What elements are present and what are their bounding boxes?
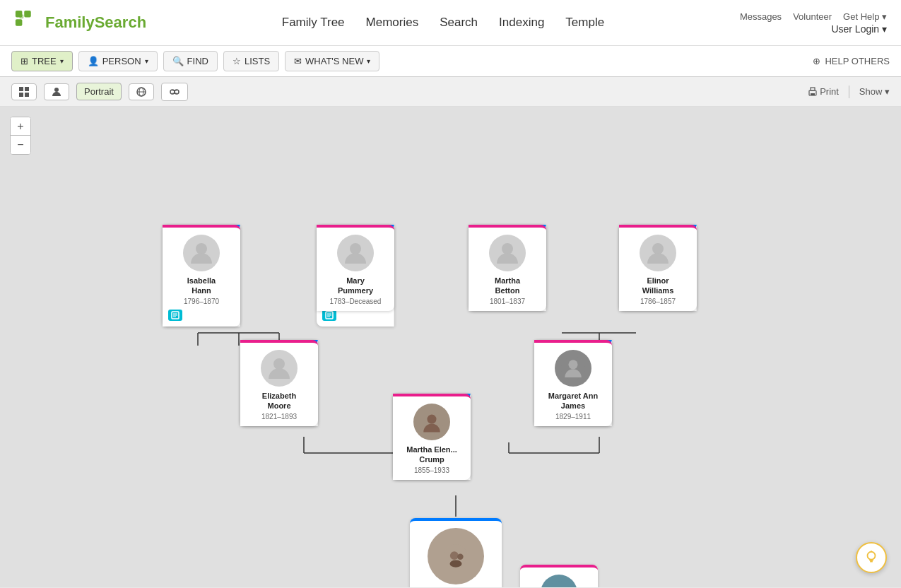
svg-rect-67 [547, 581, 571, 587]
card-mary-pummery[interactable]: MaryPummery 1783–Deceased [317, 225, 394, 311]
main-navigation: Family Tree Memories Search Indexing Tem… [282, 16, 604, 30]
logo-icon [14, 9, 41, 36]
svg-rect-18 [811, 93, 815, 95]
elinor-dates: 1786–1857 [623, 298, 693, 305]
svg-point-65 [457, 554, 464, 560]
card-martha-betton[interactable]: MarthaBetton 1801–1837 [469, 225, 546, 311]
avatar-isabella [183, 235, 220, 271]
avatar-martha-c [413, 404, 450, 440]
svg-point-50 [502, 243, 513, 254]
svg-rect-3 [20, 15, 24, 19]
layout-icon [19, 87, 29, 97]
find-search-icon: 🔍 [172, 56, 184, 66]
help-others-btn[interactable]: ⊕ HELP OTHERS [813, 56, 890, 66]
whats-new-caret: ▾ [367, 57, 370, 65]
mary-name: MaryPummery [321, 276, 390, 296]
tree-caret: ▾ [60, 57, 64, 65]
martha-b-dates: 1801–1837 [473, 298, 542, 305]
lists-nav-btn[interactable]: ☆ LISTS [223, 51, 279, 71]
portrait-btn[interactable]: Portrait [76, 83, 122, 100]
svg-point-62 [427, 415, 436, 424]
layout-btn[interactable] [11, 83, 37, 100]
secondary-navigation: ⊞ TREE ▾ 👤 PERSON ▾ 🔍 FIND ☆ LISTS ✉ WHA… [0, 46, 901, 77]
mary-dates: 1783–Deceased [321, 298, 390, 305]
avatar-martha-b [489, 235, 526, 271]
person-caret: ▾ [145, 57, 148, 65]
avatar-margaret [555, 350, 591, 387]
zoom-out-btn[interactable]: − [11, 136, 30, 154]
nav-family-tree[interactable]: Family Tree [282, 16, 345, 30]
card-catherine-neff[interactable]: Catherine B...Neff 1885–1972 [520, 565, 598, 587]
logo[interactable]: FamilySearch [14, 9, 146, 36]
svg-rect-17 [811, 88, 815, 90]
card-martha-crump[interactable]: Martha Elen...Crump 1855–1933 [393, 394, 471, 480]
show-btn[interactable]: Show ▾ [859, 86, 890, 97]
toolbar-left: Portrait [11, 83, 188, 101]
print-btn[interactable]: Print [808, 86, 839, 98]
john-icon-bar [321, 310, 389, 321]
svg-point-8 [54, 88, 59, 92]
person-view-btn[interactable] [44, 83, 69, 100]
hint-button[interactable] [856, 542, 887, 573]
nav-temple[interactable]: Temple [565, 16, 604, 30]
user-login[interactable]: User Login ▾ [831, 23, 887, 35]
isabella-name: IsabellaHann [167, 276, 236, 296]
print-icon [808, 87, 818, 97]
lightbulb-icon [864, 550, 879, 565]
tree-grid-icon: ⊞ [20, 56, 28, 66]
isabella-dates: 1796–1870 [167, 298, 236, 305]
globe-btn[interactable] [129, 83, 154, 100]
top-navigation: FamilySearch Family Tree Memories Search… [0, 0, 901, 46]
elizabeth-dates: 1821–1893 [245, 413, 314, 421]
card-elizabeth-moore[interactable]: ElizabethMoore 1821–1893 [240, 340, 318, 426]
zoom-controls: + − [10, 117, 31, 155]
whats-new-nav-btn[interactable]: ✉ WHAT'S NEW ▾ [285, 51, 379, 71]
help-others-label: HELP OTHERS [825, 56, 890, 66]
zoom-in-btn[interactable]: + [11, 117, 30, 136]
toolbar-divider [849, 86, 849, 98]
avatar-elinor [640, 235, 676, 271]
find-label: FIND [187, 56, 208, 66]
martha-c-dates: 1855–1933 [397, 466, 466, 474]
link-icon [169, 86, 180, 98]
volunteer-link[interactable]: Volunteer [793, 11, 832, 22]
elinor-name: ElinorWilliams [623, 276, 693, 296]
top-right-area: Messages Volunteer Get Help ▾ User Login… [740, 11, 887, 35]
tree-nav-btn[interactable]: ⊞ TREE ▾ [11, 51, 73, 71]
logo-text: FamilySearch [45, 13, 146, 32]
svg-point-48 [350, 243, 361, 254]
print-label: Print [820, 86, 839, 97]
card-victor-mumford[interactable]: Victor EmanuelMumford 1885–1973 [410, 518, 502, 587]
find-nav-btn[interactable]: 🔍 FIND [163, 51, 218, 71]
toolbar-right: Print Show ▾ [808, 86, 890, 98]
person-view-icon [52, 87, 61, 97]
nav-indexing[interactable]: Indexing [499, 16, 544, 30]
card-isabella-hann[interactable]: IsabellaHann 1796–1870 [163, 225, 240, 327]
martha-b-name: MarthaBetton [473, 276, 542, 296]
isabella-record-icon[interactable] [168, 310, 182, 321]
john-record-icon[interactable] [322, 310, 336, 321]
svg-point-38 [196, 243, 207, 254]
svg-point-66 [450, 560, 462, 568]
svg-point-64 [450, 551, 459, 560]
get-help-link[interactable]: Get Help ▾ [843, 11, 887, 22]
whats-new-label: WHAT'S NEW [305, 56, 363, 66]
isabella-icon-bar [167, 310, 236, 321]
link-btn[interactable] [161, 83, 188, 101]
martha-c-name: Martha Elen...Crump [397, 445, 466, 465]
card-elinor-williams[interactable]: ElinorWilliams 1786–1857 [619, 225, 697, 311]
person-label: PERSON [102, 56, 141, 66]
person-silhouette-icon: 👤 [88, 56, 99, 66]
nav-memories[interactable]: Memories [366, 16, 419, 30]
avatar-catherine [541, 575, 577, 587]
elizabeth-name: ElizabethMoore [245, 391, 314, 411]
lists-label: LISTS [245, 56, 270, 66]
person-nav-btn[interactable]: 👤 PERSON ▾ [78, 51, 158, 71]
avatar-mary [337, 235, 374, 271]
nav-search[interactable]: Search [440, 16, 478, 30]
margaret-name: Margaret AnnJames [538, 391, 608, 411]
globe-icon [136, 87, 146, 97]
card-margaret-james[interactable]: Margaret AnnJames 1829–1911 [534, 340, 612, 426]
messages-link[interactable]: Messages [740, 11, 782, 22]
svg-point-74 [868, 552, 876, 560]
